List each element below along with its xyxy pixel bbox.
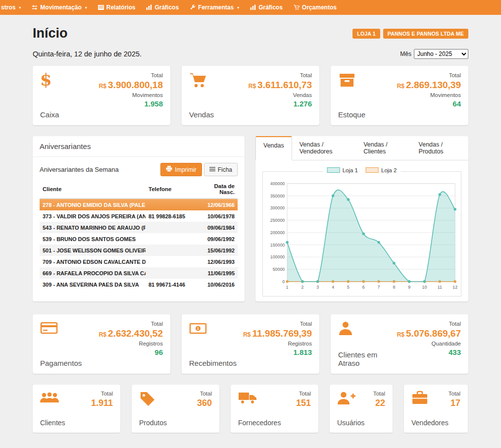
- nav-label: stros: [1, 4, 15, 11]
- table-row[interactable]: 373 - VALDIR DOS ANJOS PEREIRA (AN…81 99…: [40, 210, 238, 222]
- bar-chart-icon: [146, 4, 152, 10]
- user-plus-icon: [337, 391, 364, 405]
- top-nav: stros▾ Movimentação▾ Relatórios Gráficos…: [0, 0, 501, 15]
- total-label: Total: [373, 391, 385, 397]
- card-title: Clientes: [40, 419, 65, 427]
- nav-item-cadastros[interactable]: stros▾: [0, 0, 26, 15]
- cell-cliente: 309 - ANA SEVERINA PAES DA SILVA: [40, 279, 146, 290]
- truck-icon: [238, 391, 281, 404]
- produtos-card: Produtos Total 360: [132, 385, 219, 433]
- card-title: Pagamentos: [40, 359, 82, 367]
- total-value: R$11.985.769,39: [243, 328, 312, 339]
- total-value: R$5.076.869,67: [397, 328, 461, 339]
- nav-item-graficos[interactable]: Gráficos: [141, 0, 184, 15]
- current-date: Quinta-feira, 12 de junho de 2025.: [33, 50, 142, 58]
- cell-telefone: 81 99828-6185: [146, 210, 195, 222]
- nav-label: Gráficos: [154, 4, 179, 11]
- svg-text:6: 6: [362, 285, 365, 290]
- card-title: Estoque: [338, 110, 365, 119]
- svg-text:200000: 200000: [270, 230, 285, 235]
- table-row[interactable]: 539 - BRUNO DOS SANTOS GOMES09/06/1992: [40, 233, 238, 245]
- month-label: Mês: [400, 50, 411, 57]
- cell-telefone: [146, 222, 195, 233]
- cell-cliente: 543 - RENATO MARINHO DE ARAUJO (F…: [40, 222, 146, 233]
- vendas-card: Vendas Total R$3.611.610,73 Vendas 1.276: [182, 66, 319, 125]
- svg-text:1: 1: [286, 285, 289, 290]
- table-row[interactable]: 501 - JOSE WELISSON GOMES OLIVEIR…15/06/…: [40, 245, 238, 256]
- count-value: 1.813: [243, 348, 312, 356]
- table-row[interactable]: 709 - ANTONIO EDSON CAVALCANTE D…12/06/1…: [40, 256, 238, 267]
- print-button-label: Imprimir: [175, 166, 196, 173]
- table-row[interactable]: 278 - ANTONIO EMIDIO DA SILVA (PALE…12/0…: [40, 199, 238, 210]
- count-value: 1.276: [249, 100, 312, 108]
- nav-label: Orçamentos: [302, 4, 337, 11]
- stats-row-2: Pagamentos Total R$2.632.430,52 Registro…: [33, 314, 468, 374]
- currency-prefix: R$: [99, 331, 106, 338]
- nav-item-orcamentos[interactable]: Orçamentos: [288, 0, 342, 15]
- svg-text:9: 9: [408, 285, 410, 290]
- list-icon: [209, 166, 215, 173]
- nav-label: Movimentação: [40, 4, 81, 11]
- svg-text:1: 1: [197, 327, 200, 331]
- banknote-icon: 1: [189, 321, 237, 336]
- count-value: 151: [296, 398, 311, 408]
- nav-item-graficos-2[interactable]: Gráficos: [245, 0, 288, 15]
- card-title: Produtos: [139, 419, 167, 427]
- count-value: 360: [197, 398, 212, 408]
- count-label: Quantidade: [397, 341, 461, 347]
- svg-text:150000: 150000: [270, 243, 285, 248]
- page-title: Início: [33, 26, 68, 41]
- legend-item-loja1: Loja 1: [327, 167, 358, 173]
- chevron-down-icon: ▾: [237, 5, 239, 10]
- stats-row-1: $ Caixa Total R$3.900.800,18 Movimentos …: [33, 66, 468, 125]
- count-label: Movimentos: [397, 92, 461, 98]
- svg-text:3: 3: [316, 285, 319, 290]
- amount: 3.611.610,73: [257, 80, 312, 90]
- clientes-card: Clientes Total 1.911: [33, 385, 120, 433]
- credit-card-icon: [40, 321, 82, 336]
- tag-icon: [139, 391, 167, 406]
- table-row[interactable]: 309 - ANA SEVERINA PAES DA SILVA81 99671…: [40, 279, 238, 290]
- tab-vendas-produtos[interactable]: Vendas / Produtos: [411, 136, 468, 160]
- cell-telefone: [146, 233, 195, 245]
- count-value: 1.911: [91, 398, 113, 408]
- currency-prefix: R$: [397, 83, 404, 90]
- total-value: R$3.900.800,18: [99, 80, 163, 91]
- card-title: Usuários: [337, 419, 364, 427]
- count-value: 64: [397, 100, 461, 108]
- count-label: Movimentos: [99, 92, 163, 98]
- nav-item-ferramentas[interactable]: Ferramentas▾: [184, 0, 245, 15]
- nav-item-relatorios[interactable]: Relatórios: [93, 0, 141, 15]
- svg-text:250000: 250000: [270, 218, 285, 223]
- print-button[interactable]: Imprimir: [160, 163, 201, 176]
- month-select[interactable]: Junho - 2025: [414, 49, 468, 59]
- svg-text:4: 4: [332, 285, 334, 290]
- total-label: Total: [397, 321, 461, 327]
- total-label: Total: [449, 391, 460, 397]
- nav-item-movimentacao[interactable]: Movimentação▾: [26, 0, 92, 15]
- amount: 3.900.800,18: [108, 80, 163, 90]
- tab-vendas[interactable]: Vendas: [255, 136, 292, 160]
- amount: 11.985.769,39: [252, 328, 312, 339]
- chevron-down-icon: ▾: [85, 5, 87, 10]
- tab-vendas-clientes[interactable]: Vendas / Clientes: [356, 136, 411, 160]
- column-header: Cliente: [40, 181, 146, 199]
- vendedores-card: Vendedores Total 17: [404, 385, 468, 433]
- card-title: Caixa: [40, 110, 59, 119]
- svg-text:0: 0: [282, 279, 285, 284]
- table-row[interactable]: 669 - RAFAELA PROCOPIO DA SILVA CA…11/06…: [40, 267, 238, 279]
- amount: 2.869.130,39: [406, 80, 461, 90]
- amount: 2.632.430,52: [108, 328, 163, 339]
- cell-nasc: 12/06/1993: [195, 256, 238, 267]
- card-title: Recebimentos: [189, 359, 237, 367]
- ficha-button[interactable]: Ficha: [204, 163, 238, 176]
- archive-box-icon: [338, 72, 365, 88]
- tab-vendas-vendedores[interactable]: Vendas / Vendedores: [292, 136, 356, 160]
- currency-prefix: R$: [397, 331, 404, 338]
- total-label: Total: [99, 321, 163, 327]
- cell-telefone: [146, 267, 195, 279]
- loja1-swatch: [327, 167, 340, 173]
- table-row[interactable]: 543 - RENATO MARINHO DE ARAUJO (F…09/06/…: [40, 222, 238, 233]
- legend-label: Loja 2: [381, 167, 397, 173]
- svg-text:2: 2: [301, 285, 304, 290]
